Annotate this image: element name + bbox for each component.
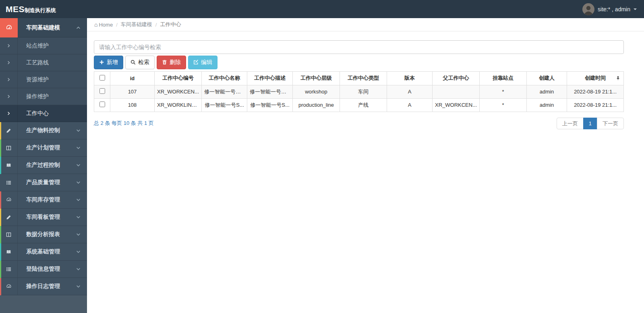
chevron-up-icon [76, 25, 81, 30]
sidebar-item-label: 系统基础管理 [18, 248, 60, 255]
sidebar-item-product-quality[interactable]: 产品质量管理 [0, 174, 87, 191]
sidebar-subitem-process-route[interactable]: 工艺路线 [0, 54, 87, 71]
sidebar-item-system-base[interactable]: 系统基础管理 [0, 243, 87, 261]
work-center-table: id 工作中心编号 工作中心名称 工作中心描述 工作中心层级 工作中心类型 版本… [94, 71, 624, 112]
header-create-time-label: 创建时间 [585, 75, 606, 81]
sidebar-item-label: 产品质量管理 [18, 179, 60, 186]
main-area: ⌂Home / 车间基础建模 / 工作中心 新增 检索 删除 [87, 18, 644, 313]
magnifier-icon [130, 60, 136, 65]
home-icon: ⌂ [94, 21, 97, 28]
delete-button-label: 删除 [170, 58, 181, 66]
search-button[interactable]: 检索 [125, 56, 155, 69]
prev-page-button[interactable]: 上一页 [557, 118, 584, 129]
row-select-cell [94, 85, 110, 98]
table-row[interactable]: 108 XR_WORKLINE... 修一智能一号S... 修一智能一号S...… [94, 98, 624, 112]
avatar [582, 3, 594, 15]
person-icon [582, 3, 594, 15]
cell-level: production_line [293, 98, 340, 112]
page-1-button[interactable]: 1 [583, 118, 597, 129]
cell-version: A [387, 98, 433, 112]
user-label: site:* , admin [598, 6, 630, 12]
header-select-all [94, 71, 110, 85]
user-menu[interactable]: site:* , admin [582, 3, 644, 15]
chevron-right-icon [0, 37, 18, 54]
header-id: id [110, 71, 155, 85]
list-icon [0, 174, 18, 191]
sidebar: 车间基础建模 站点维护 工艺路线 资源维护 操作维护 工作中心 [0, 18, 87, 313]
sidebar-item-workshop-kanban[interactable]: 车间看板管理 [0, 209, 87, 226]
sidebar-subitem-label: 资源维护 [18, 76, 49, 83]
sidebar-subitem-label: 工艺路线 [18, 59, 49, 66]
toolbar: 新增 检索 删除 编辑 [94, 56, 624, 69]
chevron-down-icon [76, 284, 81, 289]
sidebar-item-label: 数据分析报表 [18, 231, 60, 238]
section-strip [0, 226, 1, 243]
sidebar-item-operation-log[interactable]: 操作日志管理 [0, 278, 87, 295]
cell-id: 107 [110, 85, 155, 98]
sidebar-item-label: 车间基础建模 [18, 24, 60, 31]
sidebar-item-workshop-modeling[interactable]: 车间基础建模 [0, 18, 87, 37]
row-checkbox[interactable] [99, 88, 105, 94]
cell-desc: 修一智能一号S... [247, 98, 293, 112]
pencil-icon [0, 122, 18, 139]
chevron-down-icon [76, 180, 81, 185]
book-icon [0, 157, 18, 174]
cell-create-time: 2022-08-19 21:1... [567, 85, 624, 98]
section-strip [0, 191, 1, 209]
sidebar-item-data-analysis[interactable]: 数据分析报表 [0, 226, 87, 243]
columns-icon [0, 139, 18, 156]
book-icon [0, 243, 18, 260]
sidebar-item-label: 操作日志管理 [18, 283, 60, 290]
breadcrumb-home[interactable]: ⌂Home [94, 21, 113, 28]
sidebar-item-production-plan[interactable]: 生产计划管理 [0, 139, 87, 157]
sidebar-item-label: 生产物料控制 [18, 127, 60, 134]
gauge-icon [0, 191, 18, 208]
edit-icon [193, 60, 199, 65]
section-strip [0, 157, 1, 174]
sidebar-subitem-resource-maintain[interactable]: 资源维护 [0, 71, 87, 88]
pager: 上一页 1 下一页 [557, 118, 624, 129]
edit-button-label: 编辑 [201, 58, 212, 66]
chevron-down-icon [76, 129, 81, 133]
table-row[interactable]: 107 XR_WORKCEN... 修一智能一号车间 修一智能一号车间 work… [94, 85, 624, 98]
sidebar-subitem-work-center[interactable]: 工作中心 [0, 105, 87, 122]
cell-id: 108 [110, 98, 155, 112]
edit-button[interactable]: 编辑 [188, 56, 217, 69]
search-button-label: 检索 [138, 58, 149, 66]
header-attached-station: 挂靠站点 [480, 71, 527, 85]
delete-button[interactable]: 删除 [157, 56, 186, 69]
chevron-right-icon [0, 88, 18, 105]
cell-parent: XR_WORKCEN... [433, 98, 480, 112]
breadcrumb-section[interactable]: 车间基础建模 [121, 21, 152, 28]
next-page-button[interactable]: 下一页 [597, 118, 624, 129]
breadcrumb-home-label: Home [99, 22, 113, 28]
sidebar-item-production-material[interactable]: 生产物料控制 [0, 122, 87, 139]
pin-icon[interactable] [616, 76, 620, 81]
pagination-summary: 总 2 条 每页 10 条 共 1 页 [94, 120, 154, 127]
sidebar-item-login-info[interactable]: 登陆信息管理 [0, 261, 87, 278]
row-checkbox[interactable] [99, 102, 105, 107]
sidebar-item-workshop-inventory[interactable]: 车间库存管理 [0, 191, 87, 209]
section-strip [0, 278, 1, 295]
select-all-checkbox[interactable] [99, 75, 105, 81]
header-parent-work-center: 父工作中心 [433, 71, 480, 85]
topbar: MES制造执行系统 site:* , admin [0, 0, 644, 18]
chevron-right-icon [0, 71, 18, 88]
chevron-right-icon [0, 54, 18, 71]
header-version: 版本 [387, 71, 433, 85]
header-work-center-type: 工作中心类型 [340, 71, 387, 85]
sidebar-subitem-station-maintain[interactable]: 站点维护 [0, 37, 87, 54]
chevron-down-icon [76, 198, 81, 202]
add-button[interactable]: 新增 [94, 56, 123, 69]
sidebar-subitem-operation-maintain[interactable]: 操作维护 [0, 88, 87, 105]
search-input[interactable] [94, 40, 624, 54]
header-work-center-name: 工作中心名称 [202, 71, 247, 85]
brand-primary: MES [6, 4, 25, 14]
header-work-center-code: 工作中心编号 [155, 71, 202, 85]
cell-name: 修一智能一号车间 [202, 85, 247, 98]
chevron-down-icon [76, 215, 81, 220]
chevron-down-icon [76, 232, 81, 237]
sidebar-item-production-process[interactable]: 生产过程控制 [0, 157, 87, 174]
cell-name: 修一智能一号S... [202, 98, 247, 112]
header-work-center-level: 工作中心层级 [293, 71, 340, 85]
